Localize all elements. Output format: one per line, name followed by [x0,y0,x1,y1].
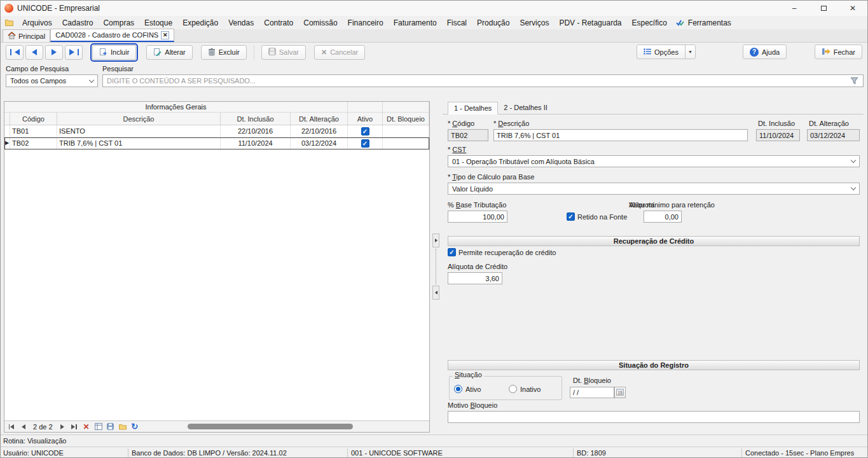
inativo-radio-label[interactable]: Inativo [520,385,541,393]
salvar-button[interactable]: Salvar [261,45,306,60]
calendar-button[interactable]: 15 [614,387,626,398]
col-header-dt-bloqueio[interactable]: Dt. Bloqueio [383,113,429,125]
grid-save-layout-button[interactable] [106,422,116,431]
menu-item-ferramentas[interactable]: Ferramentas [687,18,733,28]
menu-item-contrato[interactable]: Contrato [263,18,294,28]
grid-refresh-icon[interactable]: ↻ [130,422,140,431]
col-header-codigo[interactable]: Código [10,113,57,125]
col-header-dt-alteracao[interactable]: Dt. Alteração [291,113,348,125]
maximize-button[interactable] [809,1,838,16]
percent-prefix: % [448,201,454,209]
menu-item-vendas[interactable]: Vendas [227,18,255,28]
scrollbar-thumb[interactable] [188,424,353,429]
permite-checkbox-checked[interactable]: ✓ [448,248,456,256]
tab-close-icon[interactable]: ✕ [161,31,169,39]
menu-item-financeiro[interactable]: Financeiro [347,18,385,28]
search-input[interactable] [102,74,864,87]
situacao-label: Situação [453,371,484,378]
minimize-button[interactable]: – [780,1,809,16]
grid-indicator-header [4,113,10,125]
grid-open-button[interactable] [118,422,128,431]
dt-bloqueio-field[interactable]: / / [570,387,614,398]
cell-dt-alteracao: 22/10/2016 [291,125,348,137]
nav-next-button[interactable] [45,45,63,60]
opcoes-dropdown-button[interactable]: ▾ [685,45,696,59]
menu-item-especifico[interactable]: Específico [630,18,668,28]
tab-detalhes-1[interactable]: 1 - Detalhes [448,102,498,114]
pager-first-button[interactable] [6,422,17,431]
checkbox-checked[interactable]: ✓ [361,139,369,148]
menu-item-expedicao[interactable]: Expedição [181,18,219,28]
required-marker: * [493,120,496,127]
table-row-selected[interactable]: ▶ TB02 TRIB 7,6% | CST 01 11/10/2024 03/… [4,137,429,149]
menu-item-comissao[interactable]: Comissão [302,18,338,28]
fechar-button[interactable]: Fechar [815,45,862,59]
splitter-collapse-button[interactable] [432,233,439,247]
descricao-label: * Descrição [493,120,529,127]
grid-band-empty [348,102,383,112]
ativo-radio-label[interactable]: Ativo [465,385,481,393]
inativo-radio[interactable] [509,385,517,393]
app-icon[interactable] [4,4,13,13]
cancelar-button[interactable]: ✕ Cancelar [314,45,365,60]
col-header-descricao[interactable]: Descrição [57,113,221,125]
tab-principal[interactable]: Principal [3,29,50,42]
campo-pesquisa-select[interactable]: Todos os Campos [6,74,98,87]
opcoes-button[interactable]: Opções [637,45,685,59]
nav-first-button[interactable] [6,45,24,60]
menu-item-faturamento[interactable]: Faturamento [392,18,438,28]
document-tabbar: Principal CAD0028 - Cadastro de COFINS ✕ [1,29,867,43]
col-header-dt-inclusao[interactable]: Dt. Inclusão [221,113,291,125]
filter-funnel-icon[interactable] [850,77,858,86]
menu-item-arquivos[interactable]: Arquivos [21,18,53,28]
nav-prev-button[interactable] [25,45,43,60]
menu-item-cadastro[interactable]: Cadastro [61,18,95,28]
menu-item-fiscal[interactable]: Fiscal [446,18,468,28]
grid-export-button[interactable] [93,422,104,431]
menu-item-producao[interactable]: Produção [476,18,511,28]
alterar-button[interactable]: Alterar [146,45,192,60]
menu-item-estoque[interactable]: Estoque [143,18,174,28]
svg-text:15: 15 [617,391,623,395]
row-indicator: ▶ [4,137,10,149]
statusbar-separator [128,448,128,457]
panel-splitter[interactable] [431,101,441,433]
cst-select[interactable]: 01 - Operação Tributável com Alíquota Bá… [448,155,860,167]
col-header-ativo[interactable]: Ativo [348,113,383,125]
incluir-button[interactable]: Incluir [92,45,136,60]
menu-item-compras[interactable]: Compras [102,18,135,28]
valor-minimo-field[interactable]: 0,00 [644,211,682,223]
dt-alteracao-field[interactable]: 03/12/2024 [807,129,860,141]
grid-horizontal-scrollbar[interactable] [148,423,421,431]
close-button[interactable]: ✕ [838,1,867,16]
tab-cad0028-cofins[interactable]: CAD0028 - Cadastro de COFINS ✕ [50,29,174,42]
aliquota-credito-field[interactable]: 3,60 [448,272,502,284]
base-tributacao-field[interactable]: 100,00 [448,211,507,223]
tipo-calculo-label-text: Tipo de Cálculo para Base [452,173,534,181]
window-title: UNICODE - Empresarial [17,4,100,13]
splitter-expand-button[interactable] [432,286,439,300]
table-row[interactable]: TB01 ISENTO 22/10/2016 22/10/2016 ✓ [4,125,429,137]
ativo-radio-selected[interactable] [454,385,462,393]
motivo-bloqueio-field[interactable] [448,411,860,423]
grid-delete-filter-button[interactable]: ✕ [81,422,92,431]
tab-detalhes-2[interactable]: 2 - Detalhes II [498,101,553,114]
pager-next-button[interactable] [57,422,67,431]
nav-last-button[interactable] [65,45,83,60]
ajuda-button[interactable]: ? Ajuda [743,45,787,59]
tipo-calculo-select[interactable]: Valor Líquido [448,183,860,195]
folder-icon [5,19,13,26]
dt-inclusao-field[interactable]: 11/10/2024 [756,129,800,141]
pager-last-button[interactable] [69,422,79,431]
arrow-left-icon [32,49,37,55]
menu-item-pdv-retaguarda[interactable]: PDV - Retaguarda [558,18,623,28]
splitter-grip[interactable] [436,249,436,284]
ferramentas-icon [676,19,684,26]
excluir-button[interactable]: Excluir [201,45,247,60]
pager-prev-button[interactable] [18,422,29,431]
menu-item-servicos[interactable]: Serviços [518,18,550,28]
descricao-field[interactable]: TRIB 7,6% | CST 01 [493,129,748,141]
codigo-field[interactable]: TB02 [448,129,488,141]
retido-checkbox-checked[interactable]: ✓ [567,212,575,221]
checkbox-checked[interactable]: ✓ [361,127,369,135]
